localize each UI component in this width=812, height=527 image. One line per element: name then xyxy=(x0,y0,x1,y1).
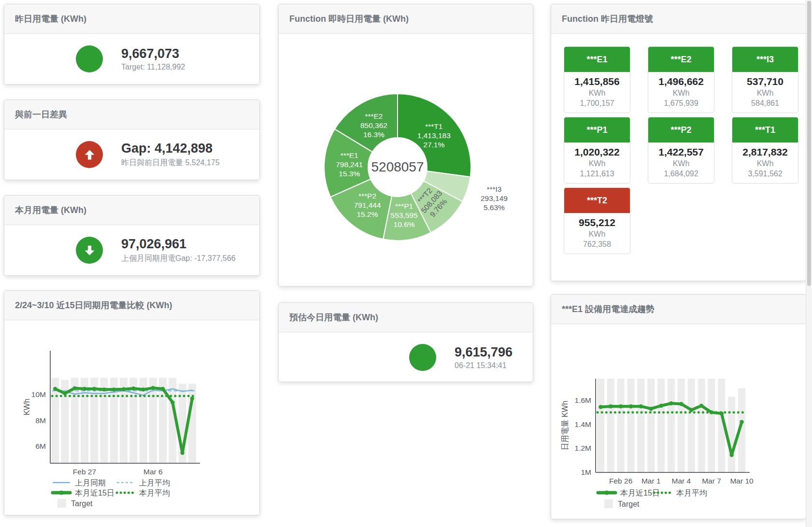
arrow-up-circle-icon xyxy=(76,141,103,168)
lamp-name: ***P1 xyxy=(564,117,630,142)
card-title: 2/24~3/10 近15日同期用電量比較 (KWh) xyxy=(4,291,259,320)
card-realtime-donut: Function 即時日用電量 (KWh) ***T11,413,18327.1… xyxy=(278,4,533,286)
lamp-unit: KWh xyxy=(733,159,797,168)
svg-text:本月近15日: 本月近15日 xyxy=(75,489,114,497)
lamp-target: 3,591,562 xyxy=(733,170,797,178)
svg-text:本月平均: 本月平均 xyxy=(139,489,170,497)
lamp-grid: ***E1 1,415,856 KWh 1,700,157 ***E2 1,49… xyxy=(551,34,806,254)
lamp-unit: KWh xyxy=(565,89,629,98)
lamp-value: 1,020,322 xyxy=(565,146,629,158)
lamp-name: ***E2 xyxy=(648,47,714,72)
lamp-target: 1,700,157 xyxy=(565,99,629,108)
stat-subtext: 上個月同期用電Gap: -17,377,566 xyxy=(121,254,236,264)
lamp-target: 1,121,613 xyxy=(565,170,629,178)
compare-line-chart: 6M8M10MFeb 27Mar 6KWh上月同期上月平均本月近15日本月平均T… xyxy=(4,320,259,515)
svg-text:KWh: KWh xyxy=(23,399,31,415)
stat-value: 9,615,796 xyxy=(455,345,513,360)
svg-text:8M: 8M xyxy=(35,416,46,425)
svg-text:Target: Target xyxy=(71,499,93,508)
lamp-target: 1,675,939 xyxy=(649,99,713,108)
scrollbar-thumb[interactable] xyxy=(807,1,811,286)
arrow-down-circle-icon xyxy=(76,237,103,264)
lamp-value: 955,212 xyxy=(565,217,629,228)
stat-body: Gap: 4,142,898 昨日與前日用電量 5,524,175 xyxy=(4,129,259,180)
status-circle-green-icon xyxy=(409,344,436,371)
svg-text:上月同期: 上月同期 xyxy=(75,479,106,487)
lamp-unit: KWh xyxy=(565,230,629,239)
svg-text:日用電量 KWh: 日用電量 KWh xyxy=(561,400,569,450)
card-yesterday-usage: 昨日用電量 (KWh) 9,667,073 Target: 11,128,992 xyxy=(4,4,260,85)
card-title: 本月用電量 (KWh) xyxy=(4,196,259,225)
svg-text:1.4M: 1.4M xyxy=(575,420,591,428)
stat-value: 9,667,073 xyxy=(121,46,185,61)
e1-trend-line-chart: 1M1.2M1.4M1.6MFeb 26Mar 1Mar 4Mar 7Mar 1… xyxy=(551,324,806,519)
stat-subtext: Target: 11,128,992 xyxy=(121,63,185,71)
arrow-down-icon xyxy=(83,244,96,257)
lamp-name: ***E1 xyxy=(564,47,630,72)
lamp-target: 762,358 xyxy=(565,240,629,249)
lamp-target: 584,861 xyxy=(733,99,797,108)
card-title: Function 昨日用電燈號 xyxy=(551,4,806,34)
lamp-tile-t2: ***T2 955,212 KWh 762,358 xyxy=(564,187,630,254)
card-title: ***E1 設備用電達成趨勢 xyxy=(551,295,806,324)
card-title: Function 即時日用電量 (KWh) xyxy=(279,4,533,34)
svg-text:Feb 26: Feb 26 xyxy=(609,477,632,485)
svg-text:1.2M: 1.2M xyxy=(575,444,591,452)
svg-text:本月平均: 本月平均 xyxy=(676,489,707,497)
status-circle-green-icon xyxy=(76,45,103,72)
realtime-donut-chart: ***T11,413,18327.1%***I3293,1495.63%***T… xyxy=(279,34,534,285)
lamp-name: ***I3 xyxy=(732,47,798,72)
lamp-unit: KWh xyxy=(733,89,797,98)
lamp-name: ***T2 xyxy=(564,188,630,213)
svg-text:1M: 1M xyxy=(581,468,591,476)
svg-text:5208057: 5208057 xyxy=(371,159,424,174)
lamp-tile-t1: ***T1 2,817,832 KWh 3,591,562 xyxy=(732,117,798,184)
card-compare-chart: 2/24~3/10 近15日同期用電量比較 (KWh) 6M8M10MFeb 2… xyxy=(4,290,260,515)
svg-text:上月平均: 上月平均 xyxy=(139,479,170,487)
card-e1-trend: ***E1 設備用電達成趨勢 1M1.2M1.4M1.6MFeb 26Mar 1… xyxy=(551,294,806,519)
lamp-unit: KWh xyxy=(649,89,713,98)
lamp-value: 1,415,856 xyxy=(565,76,629,87)
vertical-scrollbar xyxy=(806,0,812,527)
lamp-value: 537,710 xyxy=(733,76,797,87)
svg-text:Mar 10: Mar 10 xyxy=(730,477,754,485)
lamp-unit: KWh xyxy=(565,159,629,168)
lamp-name: ***P2 xyxy=(648,117,714,142)
svg-text:1.6M: 1.6M xyxy=(575,396,591,404)
svg-text:Mar 4: Mar 4 xyxy=(672,477,691,485)
card-day-gap: 與前一日差異 Gap: 4,142,898 昨日與前日用電量 5,524,175 xyxy=(4,100,260,180)
stat-timestamp: 06-21 15:34:41 xyxy=(455,361,513,370)
stat-body: 97,026,961 上個月同期用電Gap: -17,377,566 xyxy=(4,225,259,275)
card-estimate-today: 預估今日用電量 (KWh) 9,615,796 06-21 15:34:41 xyxy=(278,302,533,382)
lamp-tile-p1: ***P1 1,020,322 KWh 1,121,613 xyxy=(564,117,630,184)
lamp-tile-e1: ***E1 1,415,856 KWh 1,700,157 xyxy=(564,46,630,113)
svg-text:Mar 6: Mar 6 xyxy=(143,468,163,476)
svg-text:6M: 6M xyxy=(35,442,46,450)
stat-body: 9,615,796 06-21 15:34:41 xyxy=(279,332,533,383)
lamp-value: 2,817,832 xyxy=(733,146,797,158)
stat-value: 97,026,961 xyxy=(121,237,236,252)
svg-text:10M: 10M xyxy=(31,390,46,399)
svg-text:***I3293,1495.63%: ***I3293,1495.63% xyxy=(481,185,508,212)
svg-text:Mar 7: Mar 7 xyxy=(702,477,721,485)
lamp-value: 1,422,557 xyxy=(649,146,713,158)
lamp-target: 1,684,092 xyxy=(649,170,713,178)
lamp-value: 1,496,662 xyxy=(649,76,713,87)
svg-text:Mar 1: Mar 1 xyxy=(641,477,661,485)
stat-value: Gap: 4,142,898 xyxy=(121,141,220,156)
card-title: 與前一日差異 xyxy=(4,100,259,129)
card-month-usage: 本月用電量 (KWh) 97,026,961 上個月同期用電Gap: -17,3… xyxy=(4,195,260,276)
svg-text:Target: Target xyxy=(618,500,640,508)
card-title: 預估今日用電量 (KWh) xyxy=(279,303,533,332)
lamp-name: ***T1 xyxy=(732,117,798,142)
card-title: 昨日用電量 (KWh) xyxy=(4,4,259,34)
lamp-tile-i3: ***I3 537,710 KWh 584,861 xyxy=(732,46,798,113)
card-lamp-status: Function 昨日用電燈號 ***E1 1,415,856 KWh 1,70… xyxy=(551,4,806,281)
arrow-up-icon xyxy=(83,148,96,161)
stat-subtext: 昨日與前日用電量 5,524,175 xyxy=(121,158,220,168)
stat-body: 9,667,073 Target: 11,128,992 xyxy=(4,34,259,84)
lamp-tile-p2: ***P2 1,422,557 KWh 1,684,092 xyxy=(648,117,714,184)
svg-text:Feb 27: Feb 27 xyxy=(73,468,96,476)
lamp-unit: KWh xyxy=(649,159,713,168)
lamp-tile-e2: ***E2 1,496,662 KWh 1,675,939 xyxy=(648,46,714,113)
